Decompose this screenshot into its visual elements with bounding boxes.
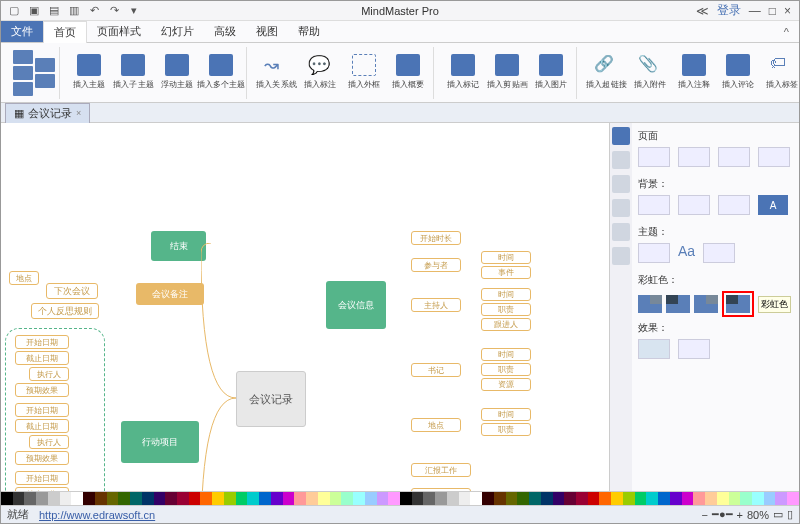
rainbow-3[interactable] bbox=[694, 295, 718, 313]
minimize-icon[interactable]: — bbox=[749, 4, 761, 18]
node-d3b[interactable]: 职责 bbox=[481, 423, 531, 436]
node-action[interactable]: 行动项目 bbox=[121, 421, 199, 463]
node-d2b[interactable]: 职责 bbox=[481, 363, 531, 376]
swatch[interactable] bbox=[494, 492, 506, 505]
swatch[interactable] bbox=[107, 492, 119, 505]
login-link[interactable]: 登录 bbox=[717, 2, 741, 19]
node-d2a[interactable]: 时间 bbox=[481, 348, 531, 361]
node-end[interactable]: 结束 bbox=[151, 231, 206, 261]
insert-multi-topic-button[interactable]: 插入多个主题 bbox=[200, 48, 242, 98]
swatch[interactable] bbox=[306, 492, 318, 505]
rail-clipart-icon[interactable] bbox=[612, 223, 630, 241]
node-enddate3[interactable]: 截止日期 bbox=[15, 487, 69, 491]
node-d1a[interactable]: 时间 bbox=[481, 288, 531, 301]
swatch[interactable] bbox=[130, 492, 142, 505]
swatch[interactable] bbox=[71, 492, 83, 505]
layout-thumb-3[interactable] bbox=[718, 147, 750, 167]
swatch[interactable] bbox=[553, 492, 565, 505]
mark-button[interactable]: 插入标记 bbox=[442, 48, 484, 98]
node-info-2[interactable]: 主持人 bbox=[411, 298, 461, 312]
node-info[interactable]: 会议信息 bbox=[326, 281, 386, 329]
fit-page-icon[interactable]: ▭ bbox=[773, 508, 783, 521]
note-button[interactable]: 插入注释 bbox=[673, 48, 715, 98]
swatch[interactable] bbox=[775, 492, 787, 505]
swatch[interactable] bbox=[752, 492, 764, 505]
node-result1[interactable]: 预期效果 bbox=[15, 383, 69, 397]
node-owner1[interactable]: 执行人 bbox=[29, 367, 69, 381]
qat-print-icon[interactable]: ▥ bbox=[67, 4, 81, 18]
swatch[interactable] bbox=[459, 492, 471, 505]
node-d0a[interactable]: 时间 bbox=[481, 251, 531, 264]
node-notes[interactable]: 会议备注 bbox=[136, 283, 204, 305]
share-icon[interactable]: ≪ bbox=[696, 4, 709, 18]
swatch[interactable] bbox=[330, 492, 342, 505]
insert-subtopic-button[interactable]: 插入子主题 bbox=[112, 48, 154, 98]
node-startdate3[interactable]: 开始日期 bbox=[15, 471, 69, 485]
boundary-button[interactable]: 插入外框 bbox=[343, 48, 385, 98]
swatch[interactable] bbox=[470, 492, 482, 505]
node-ag1[interactable]: 工作表现 bbox=[411, 488, 471, 491]
rail-layout-icon[interactable] bbox=[612, 151, 630, 169]
swatch[interactable] bbox=[388, 492, 400, 505]
swatch[interactable] bbox=[294, 492, 306, 505]
node-ag0[interactable]: 汇报工作 bbox=[411, 463, 471, 477]
image-button[interactable]: 插入图片 bbox=[530, 48, 572, 98]
swatch[interactable] bbox=[212, 492, 224, 505]
tag-button[interactable]: 🏷插入标签 bbox=[761, 48, 799, 98]
close-tab-icon[interactable]: × bbox=[76, 108, 81, 118]
swatch[interactable] bbox=[142, 492, 154, 505]
node-startdate2[interactable]: 开始日期 bbox=[15, 403, 69, 417]
swatch[interactable] bbox=[377, 492, 389, 505]
hyperlink-button[interactable]: 🔗插入超链接 bbox=[585, 48, 627, 98]
swatch[interactable] bbox=[729, 492, 741, 505]
rainbow-1[interactable] bbox=[638, 295, 662, 313]
swatch[interactable] bbox=[588, 492, 600, 505]
qat-save-icon[interactable]: ▤ bbox=[47, 4, 61, 18]
swatch[interactable] bbox=[506, 492, 518, 505]
layout-thumb-2[interactable] bbox=[678, 147, 710, 167]
zoom-out-icon[interactable]: − bbox=[701, 509, 707, 521]
float-topic-button[interactable]: 浮动主题 bbox=[156, 48, 198, 98]
bg-thumb-3[interactable] bbox=[718, 195, 750, 215]
menu-home[interactable]: 首页 bbox=[43, 21, 87, 43]
node-info-3[interactable]: 书记 bbox=[411, 363, 461, 377]
fit-width-icon[interactable]: ▯ bbox=[787, 508, 793, 521]
swatch[interactable] bbox=[658, 492, 670, 505]
status-url[interactable]: http://www.edrawsoft.cn bbox=[39, 509, 155, 521]
menu-advanced[interactable]: 高级 bbox=[204, 21, 246, 42]
swatch[interactable] bbox=[165, 492, 177, 505]
swatch[interactable] bbox=[670, 492, 682, 505]
menu-slide[interactable]: 幻灯片 bbox=[151, 21, 204, 42]
rainbow-4[interactable] bbox=[726, 295, 750, 313]
swatch[interactable] bbox=[787, 492, 799, 505]
swatch[interactable] bbox=[646, 492, 658, 505]
swatch[interactable] bbox=[611, 492, 623, 505]
layout-thumb-4[interactable] bbox=[758, 147, 790, 167]
swatch[interactable] bbox=[247, 492, 259, 505]
swatch[interactable] bbox=[435, 492, 447, 505]
swatch[interactable] bbox=[740, 492, 752, 505]
node-info-1[interactable]: 参与者 bbox=[411, 258, 461, 272]
node-reflection[interactable]: 个人反思规则 bbox=[31, 303, 99, 319]
node-enddate2[interactable]: 截止日期 bbox=[15, 419, 69, 433]
node-place-tag[interactable]: 地点 bbox=[9, 271, 39, 285]
swatch[interactable] bbox=[576, 492, 588, 505]
swatch[interactable] bbox=[764, 492, 776, 505]
relation-button[interactable]: ↝插入关系线 bbox=[255, 48, 297, 98]
swatch[interactable] bbox=[423, 492, 435, 505]
font-sample[interactable]: Aa bbox=[678, 243, 695, 263]
node-d0b[interactable]: 事件 bbox=[481, 266, 531, 279]
swatch[interactable] bbox=[283, 492, 295, 505]
swatch[interactable] bbox=[118, 492, 130, 505]
zoom-slider[interactable]: ━●━ bbox=[712, 508, 733, 521]
swatch[interactable] bbox=[400, 492, 412, 505]
node-next-meeting[interactable]: 下次会议 bbox=[46, 283, 98, 299]
bg-thumb-A[interactable]: A bbox=[758, 195, 788, 215]
swatch[interactable] bbox=[48, 492, 60, 505]
swatch[interactable] bbox=[447, 492, 459, 505]
swatch[interactable] bbox=[271, 492, 283, 505]
node-info-0[interactable]: 开始时长 bbox=[411, 231, 461, 245]
menu-style[interactable]: 页面样式 bbox=[87, 21, 151, 42]
swatch[interactable] bbox=[482, 492, 494, 505]
node-enddate1[interactable]: 截止日期 bbox=[15, 351, 69, 365]
